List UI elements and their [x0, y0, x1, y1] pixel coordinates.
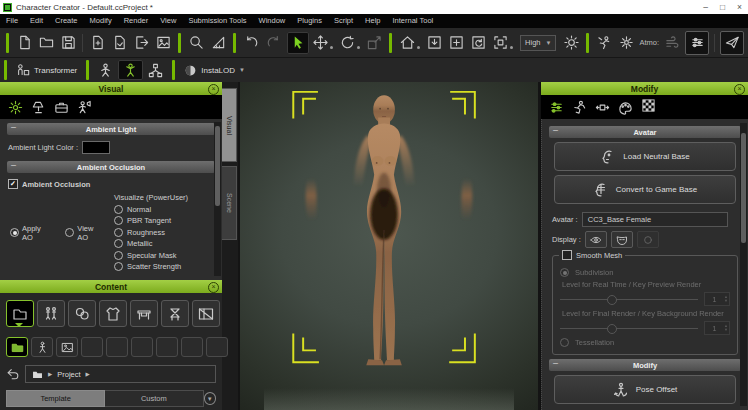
ambient-light-section[interactable]: – Ambient Light — [7, 123, 215, 135]
open-project-button[interactable] — [35, 32, 57, 54]
breadcrumb[interactable]: ▶ Project ▶ — [25, 365, 216, 383]
visual-close-icon[interactable]: × — [208, 84, 219, 95]
collapse-icon[interactable]: – — [553, 358, 558, 368]
collapse-icon[interactable]: – — [11, 160, 16, 170]
visual-panel-header[interactable]: Visual × — [0, 82, 222, 95]
modify-close-icon[interactable]: × — [734, 84, 745, 95]
avatar-section[interactable]: – Avatar — [549, 126, 741, 138]
modify-scrollbar[interactable] — [740, 123, 747, 406]
tab-render-settings[interactable] — [8, 100, 23, 115]
undo-button[interactable] — [240, 32, 262, 54]
lod-button[interactable] — [143, 60, 168, 80]
visualize-metallic-radio[interactable] — [114, 239, 123, 248]
camera-dropdown-dot[interactable] — [510, 46, 513, 49]
menu-file[interactable]: File — [0, 14, 24, 28]
home-dropdown-dot[interactable] — [417, 46, 420, 49]
tab-camera-pose[interactable] — [77, 100, 92, 115]
modify-section[interactable]: – Modify — [549, 359, 741, 371]
subfolder-selected[interactable] — [6, 337, 28, 357]
category-stage[interactable] — [192, 300, 220, 327]
visualize-scatter-strength-radio[interactable] — [114, 262, 123, 271]
atmosphere-button[interactable] — [615, 32, 637, 54]
ambient-light-color-swatch[interactable] — [82, 141, 110, 154]
edit-pose-button[interactable] — [93, 60, 118, 80]
menu-help[interactable]: Help — [359, 14, 386, 28]
menu-window[interactable]: Window — [253, 14, 292, 28]
load-neutral-base-button[interactable]: Load Neutral Base — [554, 142, 736, 171]
expand-content-button[interactable]: ▼ — [204, 392, 216, 405]
edit-motion-button[interactable] — [118, 60, 143, 80]
realtime-level-slider[interactable] — [560, 295, 698, 304]
send-to-button[interactable] — [130, 32, 152, 54]
image-viewer-button[interactable] — [152, 32, 174, 54]
menu-script[interactable]: Script — [328, 14, 359, 28]
content-slot-empty[interactable] — [81, 337, 103, 357]
visualize-normal-radio[interactable] — [114, 205, 123, 214]
breadcrumb-project[interactable]: Project — [57, 370, 80, 379]
visualize-specular-mask-radio[interactable] — [114, 251, 123, 260]
tab-shadow[interactable] — [54, 100, 69, 115]
zoom-extents-button[interactable] — [445, 32, 467, 54]
content-slot-empty[interactable] — [206, 337, 228, 357]
menu-modify[interactable]: Modify — [84, 14, 118, 28]
category-material[interactable] — [68, 300, 96, 327]
tab-texture[interactable] — [641, 98, 656, 117]
category-prop[interactable] — [161, 300, 189, 327]
reset-view-button[interactable] — [467, 32, 489, 54]
tessellation-radio[interactable] — [560, 338, 569, 347]
collapse-icon[interactable]: – — [11, 122, 16, 132]
avatar-3d-model[interactable] — [240, 82, 538, 406]
viewport-3d[interactable] — [238, 82, 540, 410]
tab-template[interactable]: Template — [6, 390, 105, 407]
lighting-button[interactable] — [560, 32, 582, 54]
import-button[interactable] — [86, 32, 108, 54]
modify-scrollbar-thumb[interactable] — [741, 133, 746, 243]
avatar-body[interactable] — [366, 95, 402, 365]
ambient-occlusion-section[interactable]: – Ambient Occlusion — [7, 161, 215, 173]
redo-button[interactable] — [262, 32, 284, 54]
visual-scrollbar[interactable] — [214, 122, 221, 276]
subfolder-template-image[interactable] — [56, 337, 78, 357]
menu-internal-tool[interactable]: Internal Tool — [387, 14, 440, 28]
export-button[interactable] — [108, 32, 130, 54]
content-close-icon[interactable]: × — [208, 282, 219, 293]
display-mask-button[interactable] — [611, 231, 633, 248]
content-slot-empty[interactable] — [181, 337, 203, 357]
menu-edit[interactable]: Edit — [24, 14, 49, 28]
visualize-roughness-radio[interactable] — [114, 228, 123, 237]
minimize-button[interactable]: – — [697, 0, 714, 14]
tab-attribute[interactable] — [549, 100, 564, 115]
move-tool-button[interactable] — [309, 32, 331, 54]
menu-create[interactable]: Create — [49, 14, 84, 28]
maximize-button[interactable]: □ — [714, 0, 731, 14]
spin-down-icon[interactable]: ▼ — [724, 328, 728, 332]
menu-render[interactable]: Render — [118, 14, 155, 28]
category-project[interactable] — [6, 300, 34, 327]
final-level-slider[interactable] — [560, 324, 698, 333]
avatar-name-field[interactable]: CC3_Base Female — [582, 212, 728, 227]
convert-to-game-base-button[interactable]: Convert to Game Base — [554, 175, 736, 204]
subdivision-radio[interactable] — [560, 268, 569, 277]
tab-material[interactable] — [618, 100, 633, 115]
category-actor[interactable] — [37, 300, 65, 327]
home-view-button[interactable] — [396, 32, 418, 54]
visualize-pbr-tangent-radio[interactable] — [114, 216, 123, 225]
camera-frame-button[interactable] — [489, 32, 511, 54]
content-panel-header[interactable]: Content × — [0, 280, 222, 293]
rotate-dropdown-dot[interactable] — [357, 46, 360, 49]
instalod-button[interactable]: InstaLOD ▼ — [179, 60, 250, 80]
display-settings-button[interactable] — [685, 31, 709, 55]
subfolder-avatar[interactable] — [31, 337, 53, 357]
display-extra-button[interactable] — [637, 231, 659, 248]
tab-lighting[interactable] — [31, 100, 46, 115]
tab-animation[interactable] — [572, 100, 587, 115]
side-tab-visual[interactable]: Visual — [222, 88, 237, 162]
view-ao-radio[interactable] — [65, 228, 74, 237]
side-tab-scene[interactable]: Scene — [222, 166, 237, 240]
menu-view[interactable]: View — [154, 14, 182, 28]
effects-button[interactable] — [593, 32, 615, 54]
apply-ao-radio[interactable] — [10, 228, 19, 237]
content-slot-empty[interactable] — [106, 337, 128, 357]
spin-down-icon[interactable]: ▼ — [724, 299, 728, 303]
content-slot-empty[interactable] — [131, 337, 153, 357]
